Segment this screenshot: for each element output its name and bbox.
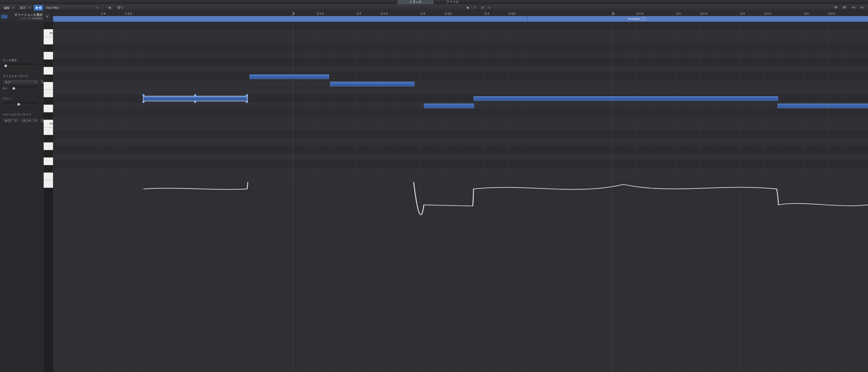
note-handle[interactable]	[246, 94, 248, 96]
white-key[interactable]: C4	[44, 120, 53, 127]
pitch-correction-slider[interactable]	[3, 64, 37, 68]
scale-type-select[interactable]: メ...ー ▼	[20, 118, 39, 123]
ruler-label: 1.4.3	[126, 12, 132, 15]
slider-knob[interactable]	[4, 64, 7, 67]
ruler-label: 2.4	[485, 12, 489, 15]
region-boundary	[527, 16, 528, 22]
crosshair-icon	[481, 6, 484, 9]
time-quantize-label: タイムクオンタイズ	[3, 74, 46, 78]
stretch-icon	[851, 6, 855, 10]
white-key[interactable]	[44, 67, 53, 75]
alt-tool[interactable]: ▼	[479, 5, 493, 11]
edit-menu[interactable]: 編集▼	[2, 5, 17, 11]
note-handle[interactable]	[246, 101, 248, 103]
white-key[interactable]	[44, 143, 53, 150]
region-track-name: トラック Vocaldata	[9, 17, 42, 20]
tab-track[interactable]: トラック	[397, 0, 434, 4]
white-key[interactable]	[44, 90, 53, 97]
ruler-label: 3.2.3	[701, 12, 707, 15]
snap-setting-2[interactable]	[840, 5, 849, 11]
black-key[interactable]	[44, 22, 53, 29]
scale-type-value: メ...ー	[23, 119, 31, 123]
catch-playhead-button[interactable]	[105, 5, 114, 11]
flex-mode-select[interactable]: Flex Pitch ⇅	[44, 5, 101, 11]
chevron-down-icon: ▼	[28, 7, 30, 9]
chevron-down-icon: ▼	[488, 7, 490, 9]
white-key[interactable]	[44, 82, 53, 90]
region-header: 0 リージョンを選択 トラック Vocaldata ▼	[0, 11, 52, 22]
black-key[interactable]	[44, 150, 53, 158]
slider-knob[interactable]	[17, 103, 20, 106]
white-key[interactable]: C5	[44, 29, 53, 37]
scale-quantize-label: スケールクオンタイズ	[3, 113, 46, 117]
scale-root-select[interactable]: オフ ▼	[3, 118, 19, 123]
pitch-note[interactable]	[778, 104, 827, 108]
black-key[interactable]	[44, 45, 53, 52]
white-key[interactable]	[44, 173, 53, 180]
black-key[interactable]	[44, 112, 53, 120]
white-key[interactable]	[44, 105, 53, 112]
ruler-label: 2.2.3	[381, 12, 388, 15]
gain-slider[interactable]	[3, 102, 37, 106]
black-key[interactable]	[44, 165, 53, 173]
filter-button[interactable]: ▼	[115, 5, 126, 11]
editor-toolbar: 編集▼ 表示▼ Flex Pitch ⇅ ▼ ▼ ▼	[0, 4, 868, 12]
arrow-in-icon	[108, 6, 112, 10]
pitch-correction-label: ピッチ補正	[3, 58, 46, 62]
loop-icon	[642, 17, 646, 20]
region-thumbnail	[1, 15, 8, 19]
piano-ruler[interactable]: C5C4	[44, 22, 53, 372]
black-key[interactable]	[44, 60, 53, 67]
ruler-label: 1.4	[101, 12, 105, 15]
region-strip[interactable]: Vocaldata	[53, 16, 868, 22]
ruler-label: 3.2	[677, 12, 681, 15]
snap-setting-1[interactable]	[832, 5, 840, 11]
scale-root-value: オフ	[5, 119, 11, 123]
top-tabs: トラック ファイル	[0, 0, 868, 4]
black-key[interactable]	[44, 97, 53, 105]
note-handle[interactable]	[143, 94, 145, 96]
chevron-down-icon: ▼	[12, 7, 14, 9]
ruler-label: 3.4	[805, 12, 808, 15]
snap-setting-4[interactable]	[858, 5, 866, 11]
chevron-down-icon: ▼	[15, 120, 17, 122]
pitch-note[interactable]	[249, 75, 329, 79]
pitch-note[interactable]	[827, 104, 868, 108]
ruler-label: 3.4.3	[829, 12, 835, 15]
ruler-label: 3	[613, 12, 614, 15]
tab-file[interactable]: ファイル	[434, 0, 471, 4]
white-key[interactable]	[44, 37, 53, 45]
strength-slider[interactable]	[11, 86, 37, 90]
range-icon	[861, 6, 864, 10]
time-ruler[interactable]: 1.41.4.322.1.32.22.2.32.32.3.32.42.4.333…	[53, 11, 868, 17]
pitch-note[interactable]	[424, 104, 474, 108]
white-key[interactable]	[44, 127, 53, 135]
snap-setting-3[interactable]	[849, 5, 858, 11]
pointer-tool[interactable]: ▼	[464, 5, 478, 11]
white-key[interactable]	[44, 158, 53, 165]
chevron-down-icon: ▼	[35, 81, 37, 84]
inspector-panel: ピッチ補正 0 タイムクオンタイズ オフ ▼ Q 強さ 0 ゲイン	[0, 22, 49, 372]
view-menu[interactable]: 表示▼	[18, 5, 33, 11]
gain-label: ゲイン	[3, 97, 46, 101]
chevron-down-icon: ▼	[121, 7, 123, 9]
pitch-note[interactable]	[473, 96, 778, 101]
updown-icon: ⇅	[97, 7, 98, 9]
chevron-down-icon: ▼	[474, 7, 476, 9]
pitch-note[interactable]	[144, 96, 247, 101]
time-quantize-select[interactable]: オフ ▼	[3, 80, 39, 85]
pitch-grid[interactable]	[53, 22, 868, 372]
flex-toggle-button[interactable]	[34, 5, 43, 11]
pitch-note[interactable]	[330, 82, 414, 86]
white-key[interactable]	[44, 52, 53, 60]
note-handle[interactable]	[143, 101, 145, 103]
black-key[interactable]	[44, 75, 53, 82]
region-disclosure-button[interactable]: ▼	[44, 14, 51, 19]
black-key[interactable]	[44, 135, 53, 143]
note-handle[interactable]	[194, 94, 196, 96]
ruler-label: 3.3	[741, 12, 745, 15]
view-menu-label: 表示	[20, 6, 26, 10]
slider-knob[interactable]	[12, 87, 16, 90]
note-handle[interactable]	[194, 101, 196, 103]
white-key[interactable]	[44, 180, 53, 188]
